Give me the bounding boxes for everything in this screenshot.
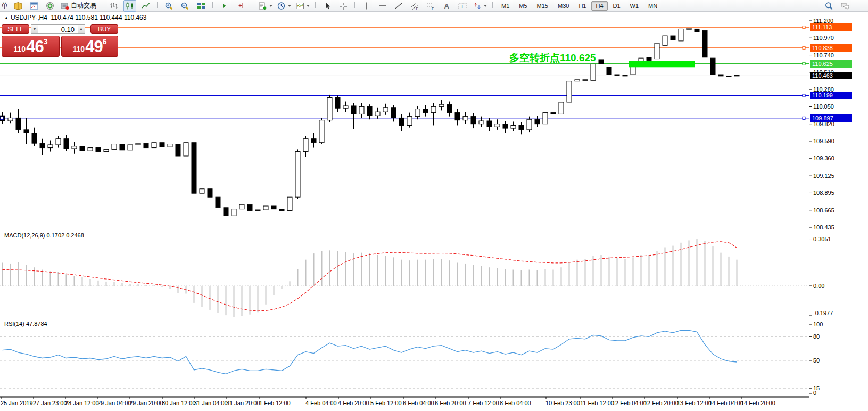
bull-candle [295, 152, 300, 198]
sell-button[interactable]: SELL [2, 24, 29, 34]
svg-text:A: A [444, 2, 450, 10]
bear-candle [615, 75, 619, 75]
arrows-icon [473, 2, 482, 10]
rsi-indicator-label: RSI(14) 47.8784 [4, 320, 47, 327]
pivot-annotation-text[interactable]: 多空转折点110.625 [509, 51, 596, 65]
candlestick-chart-button[interactable] [123, 0, 136, 12]
volume-input[interactable]: 0.10 [38, 24, 78, 34]
dropdown-caret-icon[interactable] [307, 5, 310, 7]
crosshair-button[interactable] [337, 0, 350, 12]
trendline-button[interactable] [392, 0, 405, 12]
timeframe-button-m30[interactable]: M30 [553, 1, 573, 11]
bull-candle [591, 64, 596, 80]
search-button[interactable] [823, 0, 836, 12]
pivot-zone-rectangle[interactable] [629, 61, 695, 67]
rsi-axis-label: 50 [813, 357, 820, 364]
bull-candle [479, 121, 484, 124]
price-axis-label: 109.125 [813, 172, 834, 179]
timeframe-button-h4[interactable]: H4 [591, 1, 607, 11]
time-axis-label: 29 Jan 04:00 [97, 400, 131, 406]
text-label-button[interactable]: T [456, 0, 469, 12]
timeframe-button-m5[interactable]: M5 [515, 1, 531, 11]
bear-candle [455, 113, 460, 120]
bull-candle [343, 106, 348, 108]
buy-price-display[interactable]: 110496 [61, 36, 118, 57]
bear-candle [718, 75, 723, 76]
dropdown-caret-icon[interactable] [288, 5, 291, 7]
zoom-in-button[interactable] [163, 0, 176, 12]
timeframe-button-w1[interactable]: W1 [626, 1, 643, 11]
search-icon [824, 2, 834, 10]
time-axis-label: 31 Jan 20:00 [226, 400, 260, 406]
line-chart-button[interactable] [139, 0, 152, 12]
line-anchor-marker[interactable] [803, 94, 805, 97]
bear-candle [726, 76, 731, 77]
fibonacci-button[interactable]: F [424, 0, 437, 12]
time-axis-label: 5 Feb 12:00 [370, 400, 402, 406]
bull-candle [239, 204, 244, 209]
rsi-axis-label: 80 [813, 333, 820, 340]
timeframe-button-m15[interactable]: M15 [533, 1, 552, 11]
line-anchor-marker[interactable] [803, 26, 805, 29]
sell-price-display[interactable]: 110463 [2, 36, 60, 57]
new-order-plus-button[interactable] [258, 0, 273, 12]
line-anchor-marker[interactable] [1, 117, 3, 119]
time-axis-label: 4 Feb 20:00 [338, 400, 369, 406]
volume-increase-button[interactable]: ▲ [78, 24, 85, 34]
bear-candle [399, 118, 404, 125]
timeframe-button-m1[interactable]: M1 [497, 1, 514, 11]
time-axis-label: 6 Feb 20:00 [435, 400, 466, 406]
horizontal-line-button[interactable] [376, 0, 389, 12]
bar-chart-button[interactable] [108, 0, 120, 12]
dropdown-caret-icon[interactable] [269, 5, 272, 7]
bear-candle [519, 125, 524, 129]
crosshair-icon [338, 2, 348, 10]
timeframe-button-h1[interactable]: H1 [574, 1, 590, 11]
bull-candle [8, 118, 13, 121]
line-anchor-marker[interactable] [803, 117, 805, 119]
volume-decrease-button[interactable]: ▼ [31, 24, 38, 34]
toolbar-right-group [821, 0, 853, 12]
bear-candle [216, 197, 220, 208]
text-button[interactable]: A [440, 0, 453, 12]
bull-candle [687, 28, 691, 30]
chart-canvas[interactable] [0, 0, 868, 411]
chat-button[interactable] [839, 0, 852, 12]
equidistant-channel-button[interactable]: E [408, 0, 421, 12]
navigator-button[interactable] [44, 0, 56, 12]
bull-candle [383, 108, 388, 112]
dropdown-caret-icon[interactable] [484, 5, 487, 7]
auto-scroll-button[interactable] [218, 0, 231, 12]
horizontal-line-icon [378, 2, 387, 10]
autotrading-button[interactable]: 自动交易 [60, 0, 97, 12]
period-button[interactable] [276, 0, 292, 12]
price-axis-label: 108.665 [813, 207, 834, 213]
price-axis-label: 109.360 [813, 155, 834, 161]
timeframe-button-d1[interactable]: D1 [609, 1, 625, 11]
cursor-icon [323, 2, 332, 10]
time-axis-label: 27 Jan 23:00 [33, 400, 67, 406]
cursor-button[interactable] [321, 0, 334, 12]
line-anchor-marker[interactable] [803, 62, 805, 65]
zoom-out-button[interactable] [179, 0, 192, 12]
timeframe-button-mn[interactable]: MN [644, 1, 662, 11]
template-button[interactable] [295, 0, 310, 12]
bear-candle [120, 144, 125, 150]
line-anchor-marker[interactable] [803, 46, 805, 49]
bear-candle [647, 57, 651, 61]
chart-shift-button[interactable] [234, 0, 247, 12]
chart-window-button[interactable] [28, 0, 40, 12]
time-axis-label: 11 Feb 12:00 [580, 400, 614, 406]
bull-candle [511, 125, 516, 128]
bear-candle [671, 36, 675, 40]
menu-remnant: 单 [1, 1, 8, 11]
collapse-icon[interactable]: ▲ [4, 15, 9, 20]
macd-axis-label: 0.3051 [813, 236, 831, 242]
tile-windows-button[interactable] [195, 0, 208, 12]
toolbar-separator [157, 2, 158, 10]
vertical-line-button[interactable] [360, 0, 373, 12]
buy-button[interactable]: BUY [90, 24, 118, 34]
bull-candle [303, 139, 308, 152]
arrows-button[interactable] [472, 0, 487, 12]
new-order-button[interactable] [12, 0, 24, 12]
